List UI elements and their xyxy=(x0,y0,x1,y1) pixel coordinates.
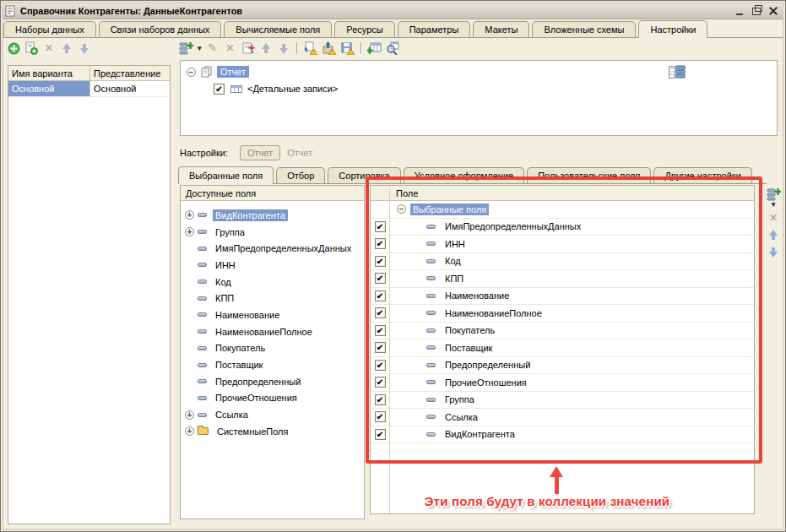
selected-field-row[interactable]: ✔ Наименование xyxy=(371,288,754,306)
field-checkbox[interactable]: ✔ xyxy=(375,429,386,440)
collapse-icon[interactable]: − xyxy=(187,68,196,77)
field-item[interactable]: КПП xyxy=(181,290,364,307)
field-checkbox[interactable]: ✔ xyxy=(375,256,386,267)
field-item[interactable]: Покупатель xyxy=(181,340,364,357)
selected-field-row[interactable]: ✔ ИНН xyxy=(371,236,754,253)
restore-button[interactable] xyxy=(749,5,764,18)
field-checkbox[interactable]: ✔ xyxy=(375,238,386,249)
table-settings-button[interactable] xyxy=(367,41,382,55)
selected-field-row[interactable]: ✔ Группа xyxy=(371,392,754,410)
variant-up-button[interactable] xyxy=(60,41,73,55)
stab-sorting[interactable]: Сортировка xyxy=(328,167,400,183)
stab-selected-fields[interactable]: Выбранные поля xyxy=(178,166,274,184)
delete-variant-button[interactable]: ✕ xyxy=(42,41,56,55)
close-button[interactable] xyxy=(766,5,781,18)
tab-data-sets[interactable]: Наборы данных xyxy=(3,21,96,37)
selected-field-row[interactable]: ✔ Покупатель xyxy=(371,323,754,340)
element-down-button[interactable] xyxy=(277,41,290,55)
minimize-button[interactable] xyxy=(732,5,747,18)
tab-layouts[interactable]: Макеты xyxy=(473,21,529,37)
add-element-dropdown[interactable]: ▾ xyxy=(198,45,202,52)
collapse-icon[interactable]: − xyxy=(397,204,406,214)
stab-other-settings[interactable]: Другие настройки xyxy=(653,167,751,183)
variant-name-cell[interactable]: Основной xyxy=(8,81,90,96)
field-item[interactable]: + Ссылка xyxy=(181,406,364,423)
selected-field-row[interactable]: ✔ Поставщик xyxy=(371,339,754,357)
field-checkbox[interactable]: ✔ xyxy=(375,221,386,232)
selected-field-row[interactable]: ✔ ИмяПредопределенныхДанных xyxy=(371,219,754,236)
selected-field-row[interactable]: ✔ КПП xyxy=(371,270,754,288)
selected-field-row[interactable]: ✔ Ссылка xyxy=(371,409,754,426)
field-checkbox[interactable]: ✔ xyxy=(375,360,386,371)
selected-field-row[interactable]: ✔ НаименованиеПолное xyxy=(371,305,754,323)
tab-calculated-fields[interactable]: Вычисляемые поля xyxy=(224,21,332,37)
search-settings-button[interactable] xyxy=(386,41,399,55)
stab-conditional-appearance[interactable]: Условное оформление xyxy=(404,167,524,183)
field-checkbox[interactable]: ✔ xyxy=(375,325,386,336)
expand-icon[interactable]: + xyxy=(185,410,194,420)
selected-fields-root[interactable]: Выбранные поля xyxy=(410,204,489,215)
report-toggle-button[interactable]: Отчет xyxy=(240,145,280,160)
detail-records-row[interactable]: ✔ <Детальные записи> xyxy=(181,81,777,96)
variant-presentation-cell[interactable]: Основной xyxy=(90,81,170,96)
tab-nested-schemas[interactable]: Вложенные схемы xyxy=(532,21,636,37)
field-item[interactable]: + СистемныеПоля xyxy=(181,423,364,440)
variant-row[interactable]: Основной Основной xyxy=(8,81,170,97)
field-item[interactable]: ИНН xyxy=(181,257,364,274)
field-item[interactable]: НаименованиеПолное xyxy=(181,323,364,340)
report-context-label: Отчет xyxy=(287,148,312,158)
add-variant-button[interactable] xyxy=(7,41,20,55)
field-column-header[interactable]: Поле xyxy=(396,188,418,198)
field-up-button[interactable] xyxy=(767,228,780,242)
selected-field-row[interactable]: ✔ ВидКонтрагента xyxy=(371,426,754,444)
field-item[interactable]: Код xyxy=(181,274,364,290)
settings-wizard-button[interactable] xyxy=(241,41,255,55)
delete-field-button[interactable]: ✕ xyxy=(767,211,780,225)
field-item[interactable]: + ВидКонтрагента xyxy=(181,207,364,224)
field-checkbox[interactable]: ✔ xyxy=(375,307,386,318)
selected-field-row[interactable]: ✔ Код xyxy=(371,253,754,271)
default-settings-button[interactable] xyxy=(303,41,317,55)
expand-icon[interactable]: + xyxy=(185,227,194,236)
selected-field-row[interactable]: ✔ ПрочиеОтношения xyxy=(371,374,754,392)
save-settings-button[interactable] xyxy=(340,41,355,55)
tab-settings[interactable]: Настройки xyxy=(638,20,707,38)
tab-parameters[interactable]: Параметры xyxy=(398,21,471,37)
delete-element-button[interactable]: ✕ xyxy=(224,41,237,55)
element-up-button[interactable] xyxy=(259,41,273,55)
selected-field-row[interactable]: ✔ Предопределенный xyxy=(371,357,754,375)
selected-fields-root-row[interactable]: − Выбранные поля xyxy=(371,201,754,219)
add-field-dropdown[interactable]: ▾ xyxy=(772,201,776,208)
field-item[interactable]: Наименование xyxy=(181,307,364,323)
edit-element-button[interactable]: ✎ xyxy=(206,41,220,55)
field-checkbox[interactable]: ✔ xyxy=(375,411,386,422)
detail-records-checkbox[interactable]: ✔ xyxy=(214,84,225,95)
tab-resources[interactable]: Ресурсы xyxy=(334,21,394,37)
tab-data-set-links[interactable]: Связи наборов данных xyxy=(99,21,222,37)
field-checkbox[interactable]: ✔ xyxy=(375,342,386,353)
field-item[interactable]: + Группа xyxy=(181,224,364,241)
field-item[interactable]: Предопределенный xyxy=(181,373,364,390)
stab-user-fields[interactable]: Пользовательские поля xyxy=(527,167,651,183)
field-item[interactable]: Поставщик xyxy=(181,356,364,373)
report-node-row[interactable]: − Отчет xyxy=(181,64,777,79)
expand-icon[interactable]: + xyxy=(185,426,194,436)
stab-filter[interactable]: Отбор xyxy=(276,167,325,183)
add-element-button[interactable] xyxy=(179,41,193,55)
field-down-button[interactable] xyxy=(767,245,780,258)
field-checkbox[interactable]: ✔ xyxy=(375,273,386,284)
field-label: СистемныеПоля xyxy=(214,426,290,437)
field-checkbox[interactable]: ✔ xyxy=(375,394,386,405)
expand-icon[interactable]: + xyxy=(185,210,194,220)
report-node[interactable]: Отчет xyxy=(217,66,249,78)
load-settings-button[interactable] xyxy=(322,41,336,55)
field-checkbox[interactable]: ✔ xyxy=(375,377,386,388)
field-checkbox[interactable]: ✔ xyxy=(375,290,386,301)
column-presentation[interactable]: Представление xyxy=(90,66,170,80)
field-item[interactable]: ИмяПредопределенныхДанных xyxy=(181,240,364,257)
variant-down-button[interactable] xyxy=(78,41,91,55)
field-item[interactable]: ПрочиеОтношения xyxy=(181,390,364,407)
column-variant-name[interactable]: Имя варианта xyxy=(8,66,90,80)
copy-variant-button[interactable] xyxy=(24,41,38,55)
add-field-button[interactable] xyxy=(767,187,781,201)
